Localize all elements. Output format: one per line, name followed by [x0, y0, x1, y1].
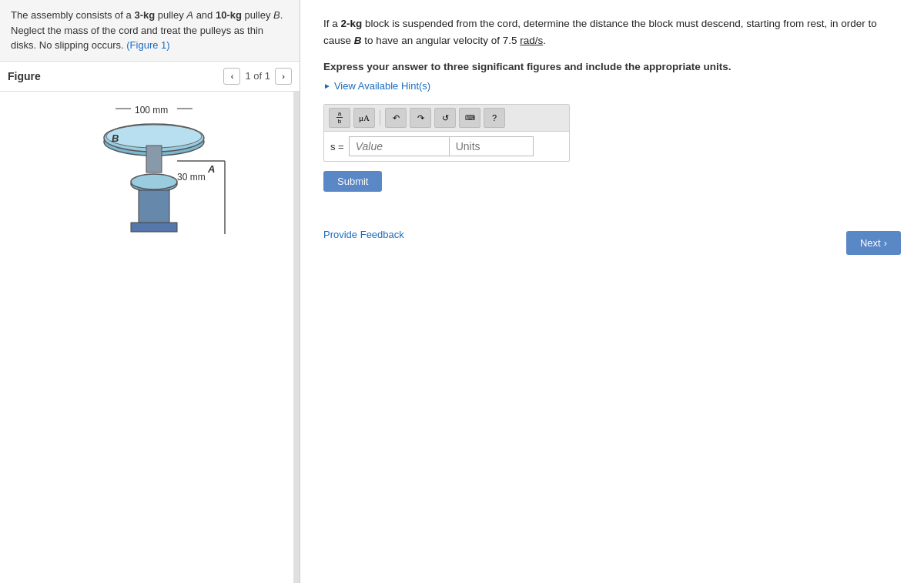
next-button[interactable]: Next ›: [846, 231, 901, 255]
mu-button[interactable]: μA: [353, 108, 375, 128]
svg-point-5: [106, 125, 202, 148]
figure-next-button[interactable]: ›: [275, 68, 292, 85]
hint-link[interactable]: ► View Available Hint(s): [323, 80, 901, 92]
svg-text:B: B: [112, 132, 119, 144]
keyboard-button[interactable]: ⌨: [459, 108, 480, 128]
answer-box: a b μA ↶ ↷ ↺ ⌨: [323, 104, 570, 162]
feedback-link[interactable]: Provide Feedback: [323, 229, 404, 240]
scrollbar-thumb[interactable]: [294, 92, 299, 122]
undo-button[interactable]: ↶: [385, 108, 407, 128]
redo-icon: ↷: [417, 113, 424, 123]
answer-toolbar: a b μA ↶ ↷ ↺ ⌨: [324, 105, 569, 132]
svg-text:30 mm: 30 mm: [177, 172, 206, 183]
svg-text:100 mm: 100 mm: [135, 105, 168, 116]
figure-prev-button[interactable]: ‹: [223, 68, 240, 85]
figure-image-area: 100 mm B 30 mm A: [0, 91, 300, 584]
submit-button[interactable]: Submit: [323, 171, 382, 192]
problem-description: The assembly consists of a 3-kg pulley A…: [0, 0, 300, 62]
question-text: If a 2-kg block is suspended from the co…: [323, 15, 901, 49]
figure-link[interactable]: (Figure 1): [126, 39, 169, 51]
svg-point-10: [131, 174, 177, 189]
hint-link-text: View Available Hint(s): [334, 80, 430, 92]
mu-icon: μA: [359, 113, 370, 122]
figure-header: Figure ‹ 1 of 1 ›: [0, 62, 300, 91]
figure-title: Figure: [8, 70, 41, 82]
refresh-button[interactable]: ↺: [434, 108, 456, 128]
svg-rect-7: [146, 146, 162, 173]
svg-text:A: A: [207, 163, 215, 175]
refresh-icon: ↺: [442, 113, 449, 123]
redo-button[interactable]: ↷: [410, 108, 431, 128]
undo-icon: ↶: [393, 113, 400, 123]
figure-count: 1 of 1: [245, 70, 270, 82]
figure-navigation: ‹ 1 of 1 ›: [223, 68, 292, 85]
express-answer-label: Express your answer to three significant…: [323, 61, 901, 72]
next-label: Next: [860, 237, 881, 249]
keyboard-icon: ⌨: [465, 114, 475, 122]
svg-rect-13: [131, 223, 177, 232]
right-panel: If a 2-kg block is suspended from the co…: [300, 0, 924, 583]
fraction-icon: a b: [336, 111, 343, 125]
toolbar-divider-1: [380, 110, 380, 126]
help-icon: ?: [492, 113, 497, 122]
left-panel: The assembly consists of a 3-kg pulley A…: [0, 0, 300, 583]
s-label: s =: [330, 141, 344, 152]
help-button[interactable]: ?: [484, 108, 505, 128]
hint-arrow-icon: ►: [323, 82, 331, 90]
input-row: s =: [324, 132, 569, 161]
fraction-button[interactable]: a b: [329, 108, 350, 128]
value-input[interactable]: [349, 136, 449, 156]
figure-section: Figure ‹ 1 of 1 › 100 mm B: [0, 62, 300, 584]
pulley-diagram: 100 mm B 30 mm A: [15, 99, 277, 253]
units-input[interactable]: [449, 136, 534, 156]
next-arrow-icon: ›: [884, 237, 887, 249]
